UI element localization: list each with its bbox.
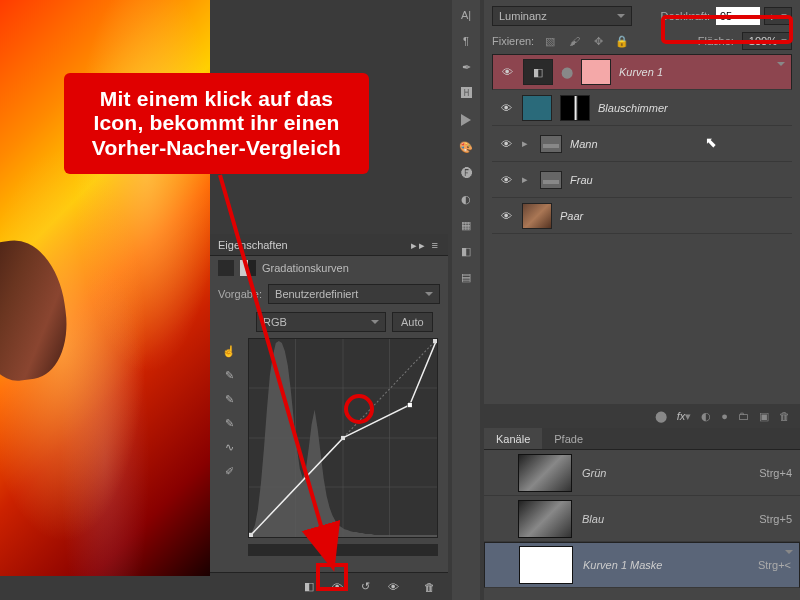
preset-label: Vorgabe:: [218, 288, 262, 300]
channel-shortcut: Strg+<: [758, 556, 791, 574]
visibility-icon[interactable]: 👁: [498, 210, 514, 222]
layers-panel: Luminanz Deckkraft: ▸ Fixieren: ▧ 🖌 ✥ 🔒 …: [484, 0, 800, 420]
layer-thumb: [522, 203, 552, 229]
visibility-icon[interactable]: 👁: [498, 102, 514, 114]
channel-select[interactable]: RGB: [256, 312, 386, 332]
swatches-icon[interactable]: 🎨: [454, 135, 478, 159]
channel-thumb: [518, 500, 572, 538]
channel-row[interactable]: Kurven 1 MaskeStrg+<: [484, 542, 800, 588]
tab-paths[interactable]: Pfade: [542, 428, 595, 449]
toggle-preview-icon[interactable]: 👁: [328, 578, 346, 596]
annotation-text: Mit einem klick auf das Icon, bekommt ih…: [72, 87, 361, 159]
lock-label: Fixieren:: [492, 35, 534, 47]
on-image-tool-icon[interactable]: ☝: [218, 340, 240, 362]
layer-row[interactable]: 👁Blauschimmer: [492, 90, 792, 126]
lock-all-icon[interactable]: 🔒: [614, 33, 630, 49]
tool-icon[interactable]: ▦: [454, 213, 478, 237]
fx-icon[interactable]: fx▾: [677, 410, 692, 423]
channels-panel: Kanäle Pfade GrünStrg+4BlauStrg+5Kurven …: [484, 428, 800, 600]
new-layer-icon[interactable]: ▣: [759, 410, 769, 423]
adjustments-icon[interactable]: ◐: [454, 187, 478, 211]
visibility-icon[interactable]: 👁: [498, 174, 514, 186]
lock-move-icon[interactable]: ✥: [590, 33, 606, 49]
visibility-icon[interactable]: 👁: [384, 578, 402, 596]
annotation-callout: Mit einem klick auf das Icon, bekommt ih…: [64, 73, 369, 174]
svg-rect-11: [433, 339, 437, 343]
lock-paint-icon[interactable]: 🖌: [566, 33, 582, 49]
lock-transparent-icon[interactable]: ▧: [542, 33, 558, 49]
properties-subtitle: Gradationskurven: [262, 262, 349, 274]
fill-label: Fläche:: [698, 35, 734, 47]
curves-icon: [218, 260, 234, 276]
paragraph-icon[interactable]: ¶: [454, 29, 478, 53]
channel-thumb: [519, 546, 573, 584]
mask-icon: [240, 260, 256, 276]
layer-row[interactable]: 👁Paar: [492, 198, 792, 234]
collapse-icon[interactable]: [461, 114, 471, 126]
layer-row[interactable]: 👁▸Frau: [492, 162, 792, 198]
delete-layer-icon[interactable]: 🗑: [779, 410, 790, 422]
layer-name: Frau: [570, 174, 593, 186]
layer-name: Kurven 1: [619, 63, 663, 81]
link-icon[interactable]: ⬤: [655, 410, 667, 423]
layers-footer: ⬤ fx▾ ◐ ● 🗀 ▣ 🗑: [484, 404, 800, 428]
mask-thumb: [560, 95, 590, 121]
tool-icon[interactable]: ◧: [454, 239, 478, 263]
folder-icon: [540, 171, 562, 189]
channel-name: Kurven 1 Maske: [583, 556, 748, 574]
channel-thumb: [518, 454, 572, 492]
channel-row[interactable]: BlauStrg+5: [484, 496, 800, 542]
curves-chart[interactable]: [248, 338, 438, 538]
properties-panel: Eigenschaften ▸▸ ≡ Gradationskurven Vorg…: [210, 234, 448, 600]
visibility-icon[interactable]: 👁: [498, 138, 514, 150]
styles-icon[interactable]: 🅕: [454, 161, 478, 185]
fill-value[interactable]: 100%: [742, 32, 792, 50]
mask-thumb: [581, 59, 611, 85]
pen-tool-icon[interactable]: ✒: [454, 55, 478, 79]
svg-rect-9: [341, 436, 345, 440]
draw-curve-icon[interactable]: ✐: [218, 460, 240, 482]
preset-select[interactable]: Benutzerdefiniert: [268, 284, 440, 304]
auto-button[interactable]: Auto: [392, 312, 433, 332]
gray-point-icon[interactable]: ✎: [218, 388, 240, 410]
adjust-thumb-icon: ◧: [523, 59, 553, 85]
svg-rect-8: [249, 533, 253, 537]
opacity-input[interactable]: [716, 7, 760, 25]
input-sliders[interactable]: [248, 544, 438, 556]
trash-icon[interactable]: 🗑: [420, 578, 438, 596]
edit-points-icon[interactable]: ∿: [218, 436, 240, 458]
channel-row[interactable]: GrünStrg+4: [484, 450, 800, 496]
channel-shortcut: Strg+5: [759, 513, 792, 525]
image-content: [0, 234, 74, 385]
clip-mask-icon[interactable]: ◧: [300, 578, 318, 596]
layer-row[interactable]: 👁▸Mann: [492, 126, 792, 162]
white-point-icon[interactable]: ✎: [218, 364, 240, 386]
blend-mode-select[interactable]: Luminanz: [492, 6, 632, 26]
properties-title: Eigenschaften: [218, 234, 288, 255]
visibility-icon[interactable]: 👁: [499, 63, 515, 81]
svg-rect-10: [407, 402, 412, 407]
layer-thumb: [522, 95, 552, 121]
channel-shortcut: Strg+4: [759, 467, 792, 479]
panel-menu-icon[interactable]: ▸▸ ≡: [411, 234, 440, 255]
vertical-toolbar: A| ¶ ✒ 🅷 🎨 🅕 ◐ ▦ ◧ ▤: [452, 0, 480, 600]
black-point-icon[interactable]: ✎: [218, 412, 240, 434]
tab-channels[interactable]: Kanäle: [484, 428, 542, 449]
layer-name: Blauschimmer: [598, 102, 668, 114]
reset-icon[interactable]: ↺: [356, 578, 374, 596]
layer-name: Paar: [560, 210, 583, 222]
channel-name: Grün: [582, 467, 749, 479]
tool-icon[interactable]: ▤: [454, 265, 478, 289]
folder-icon: [540, 135, 562, 153]
opacity-stepper[interactable]: ▸: [764, 7, 792, 25]
layer-row[interactable]: 👁◧⬤Kurven 1: [492, 54, 792, 90]
channel-name: Blau: [582, 513, 749, 525]
type-tool-icon[interactable]: A|: [454, 3, 478, 27]
properties-icon[interactable]: 🅷: [454, 81, 478, 105]
group-icon[interactable]: 🗀: [738, 410, 749, 422]
adjustment-add-icon[interactable]: ●: [721, 410, 728, 422]
layer-name: Mann: [570, 138, 598, 150]
opacity-label: Deckkraft:: [660, 10, 710, 22]
mask-add-icon[interactable]: ◐: [701, 410, 711, 423]
